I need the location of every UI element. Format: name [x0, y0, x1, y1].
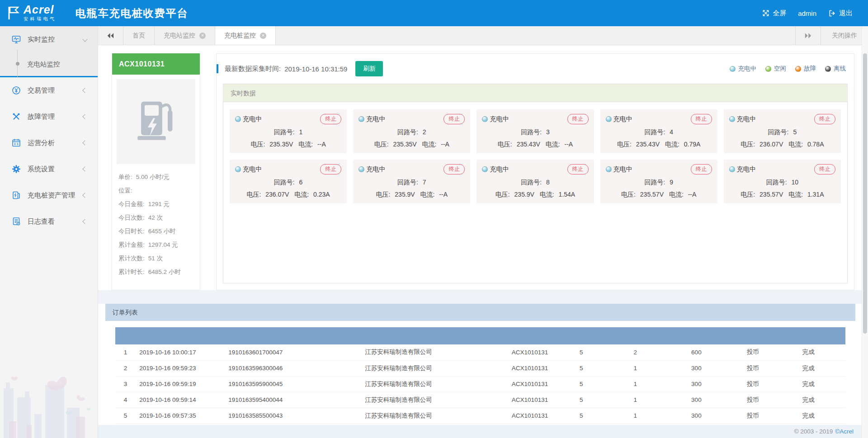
sidebar-item-logs[interactable]: 日志查看	[0, 208, 98, 235]
loop-number: 5	[793, 128, 797, 136]
pile-stat-row: 今日时长: 6455 小时	[118, 225, 193, 238]
pile-stat-row: 单价: 5.00 小时/元	[118, 170, 193, 184]
chevron-left-icon	[82, 219, 87, 224]
orders-table: 1 2019-10-16 10:00:17 1910163601700047 江…	[115, 327, 845, 424]
cell-index: 1	[115, 344, 136, 360]
legend-label: 故障	[804, 65, 816, 73]
stop-button[interactable]: 终止	[320, 114, 341, 124]
current-user[interactable]: admin	[794, 9, 820, 17]
stop-button[interactable]: 终止	[567, 164, 589, 174]
column-header	[576, 327, 630, 344]
current-value: 1.31A	[807, 191, 824, 198]
cell-order-status: 完成	[799, 344, 845, 360]
pile-stat-row: 位置:	[118, 184, 193, 198]
logout-label: 退出	[839, 9, 853, 18]
pile-stat-row: 今日次数: 42 次	[118, 211, 193, 225]
stop-button[interactable]: 终止	[443, 164, 465, 174]
stat-value: 5.00 小时/元	[136, 173, 170, 181]
cell-order-number: 1910163595400044	[225, 392, 299, 408]
cell-created-date: 2019-10-16 09:57:35	[136, 408, 225, 424]
channel-status: 充电中	[737, 115, 756, 123]
refresh-button[interactable]: 刷新	[355, 61, 383, 76]
brand-link[interactable]: ©Acrel	[835, 428, 854, 435]
tab-close-icon[interactable]	[260, 33, 266, 39]
column-header	[799, 327, 845, 344]
cell-loop-number: 5	[576, 376, 630, 392]
chevron-left-icon	[82, 140, 87, 145]
realtime-monitor-panel: 最新数据采集时间: 2019-10-16 10:31:59 刷新 充电中 空闲	[216, 53, 854, 290]
logout-button[interactable]: 退出	[825, 9, 856, 18]
sidebar: 实时监控 充电站监控 交易管理 故障管理	[0, 26, 98, 438]
cell-order-number: 1910163585500043	[225, 408, 299, 424]
voltage-label: 电压:	[376, 191, 391, 198]
current-value: 0.79A	[684, 141, 701, 148]
current-value: 0.78A	[807, 141, 824, 148]
loop-number: 3	[546, 128, 550, 136]
orders-title: 订单列表	[105, 304, 855, 321]
logo-text: Acrel	[24, 4, 57, 15]
loop-label: 回路号:	[768, 128, 789, 136]
cell-pay-method: 投币	[743, 376, 799, 392]
status-dot-icon	[482, 116, 488, 122]
orders-header-row	[115, 327, 845, 344]
stop-button[interactable]: 终止	[691, 164, 712, 174]
tab-pile-monitor[interactable]: 充电桩监控	[215, 26, 276, 45]
cell-pile-id: ACX1010131	[508, 344, 576, 360]
cell-pile-id: ACX1010131	[508, 408, 576, 424]
logout-icon	[828, 9, 836, 17]
stop-button[interactable]: 终止	[814, 114, 835, 124]
tabs-scroll-left-button[interactable]	[98, 26, 123, 45]
cell-station-name: 江苏安科瑞制造有限公司	[361, 376, 508, 392]
current-label: 电流:	[420, 191, 435, 198]
cell-pay-method: 投币	[743, 360, 799, 376]
cell-loop-number: 5	[576, 360, 630, 376]
cell-station-name: 江苏安科瑞制造有限公司	[361, 408, 508, 424]
stat-label: 单价:	[118, 173, 132, 181]
stop-button[interactable]: 终止	[567, 114, 589, 124]
fullscreen-button[interactable]: 全屏	[759, 9, 790, 18]
chevron-left-icon	[82, 166, 87, 171]
close-operations-label: 关闭操作	[832, 32, 857, 40]
sidebar-item-label: 运营分析	[28, 139, 55, 147]
sidebar-item-label: 系统设置	[28, 165, 55, 174]
sidebar-item-realtime-monitor[interactable]: 实时监控	[0, 26, 98, 52]
tabs-scroll-right-button[interactable]	[795, 26, 821, 45]
current-value: --A	[688, 191, 697, 198]
footer: © 2003 - 2019 ©Acrel	[98, 425, 868, 438]
stop-button[interactable]: 终止	[320, 164, 341, 174]
voltage-label: 电压:	[741, 141, 755, 148]
column-header	[136, 327, 225, 344]
username: admin	[798, 9, 816, 17]
channel-card: 充电中 终止 回路号: 2 电压: 235.35	[353, 109, 470, 153]
sidebar-item-transactions[interactable]: 交易管理	[0, 77, 98, 104]
voltage-value: 235.35V	[393, 141, 416, 148]
tab-close-icon[interactable]	[199, 33, 206, 39]
sidebar-item-pile-assets[interactable]: 充电桩资产管理	[0, 182, 98, 208]
voltage-label: 电压:	[621, 191, 636, 198]
status-dot-icon	[729, 166, 735, 172]
tab-station-monitor[interactable]: 充电站监控	[155, 26, 215, 45]
channel-status: 充电中	[613, 165, 632, 174]
order-row: 5 2019-10-16 09:57:35 1910163585500043 江…	[115, 408, 845, 424]
tab-home[interactable]: 首页	[123, 26, 155, 45]
stop-button[interactable]: 终止	[691, 114, 712, 124]
sidebar-subitem-station-monitor[interactable]: 充电站监控	[0, 52, 98, 76]
scrollbar-thumb[interactable]	[863, 53, 867, 334]
cell-station-name: 江苏安科瑞制造有限公司	[361, 360, 508, 376]
loop-number: 4	[670, 128, 673, 136]
close-operations-button[interactable]: 关闭操作	[821, 26, 868, 45]
stat-label: 累计金额:	[118, 241, 145, 249]
status-legend: 充电中 空闲 故障 离线	[730, 65, 846, 73]
voltage-label: 电压:	[495, 191, 510, 198]
channel-card: 充电中 终止 回路号: 3 电压: 235.43	[476, 109, 594, 153]
pile-summary-card: ACX1010131 单价:	[112, 53, 200, 290]
sidebar-item-analysis[interactable]: 运营分析	[0, 130, 98, 156]
sidebar-item-settings[interactable]: 系统设置	[0, 156, 98, 182]
chevron-down-icon	[82, 37, 87, 42]
column-header	[508, 327, 576, 344]
cell-username	[299, 392, 361, 408]
vertical-scrollbar[interactable]	[862, 26, 868, 438]
sidebar-item-faults[interactable]: 故障管理	[0, 104, 98, 130]
stop-button[interactable]: 终止	[814, 164, 835, 174]
stop-button[interactable]: 终止	[443, 114, 465, 124]
